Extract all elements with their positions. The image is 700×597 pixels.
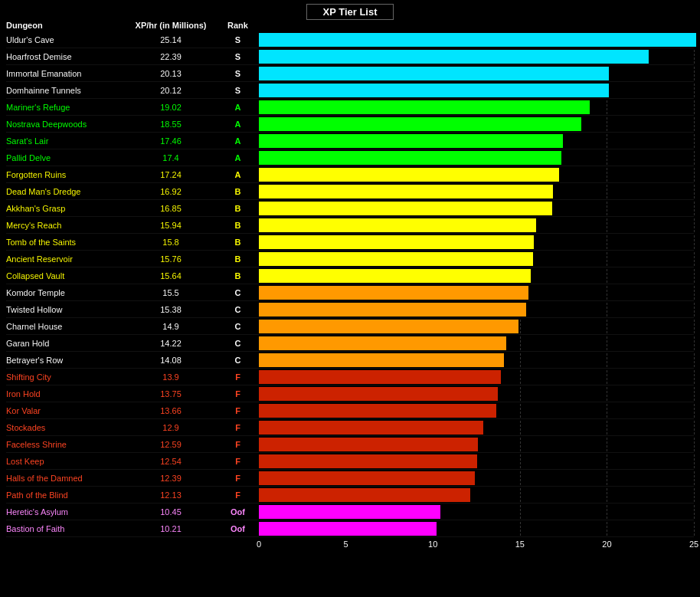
rank-value: S [217,69,259,78]
xp-value: 14.22 [125,339,217,348]
table-row: Uldur's Cave25.14S [6,31,694,48]
rank-value: A [217,136,259,146]
rank-value: B [217,271,259,280]
chart-container: XP Tier List Dungeon XP/hr (in Millions)… [6,6,694,552]
bar-area [259,488,694,502]
bar [259,320,518,333]
xp-value: 15.38 [125,305,217,314]
dungeon-name: Domhainne Tunnels [6,86,125,95]
table-row: Twisted Hollow15.38C [6,301,694,318]
xp-value: 15.5 [125,288,217,297]
dungeon-name: Kor Valar [6,406,125,415]
axis-label: 20 [602,540,611,549]
table-row: Faceless Shrine12.59F [6,436,694,453]
bar [259,488,470,502]
dungeon-name: Charnel House [6,322,125,331]
table-row: Shifting City13.9F [6,369,694,385]
bar [259,303,526,317]
xp-value: 17.4 [125,153,217,162]
xp-value: 16.92 [125,187,217,196]
xp-value: 15.64 [125,271,217,280]
xp-value: 15.94 [125,221,217,230]
bar [259,235,534,249]
rank-value: F [217,406,259,415]
header-xp: XP/hr (in Millions) [125,21,217,30]
rank-value: Oof [217,507,259,517]
table-row: Forgotten Ruins17.24A [6,166,694,183]
bar [259,505,440,519]
bar [259,67,609,80]
bar [259,522,437,536]
bar-area [259,370,694,384]
table-row: Immortal Emanation20.13S [6,65,694,82]
rank-value: S [217,35,259,44]
bar-area [259,168,694,182]
dungeon-name: Nostrava Deepwoods [6,120,125,129]
dungeon-name: Mercy's Reach [6,221,125,230]
xp-value: 17.46 [125,136,217,146]
xp-value: 10.21 [125,524,217,533]
rank-value: A [217,120,259,129]
rank-value: A [217,103,259,112]
xp-value: 17.24 [125,170,217,179]
bar-area [259,505,694,519]
rank-value: S [217,52,259,61]
xp-value: 15.76 [125,254,217,264]
rank-value: F [217,423,259,432]
table-row: Komdor Temple15.5C [6,284,694,301]
bar [259,286,528,300]
rank-value: F [217,474,259,483]
table-row: Iron Hold13.75F [6,385,694,402]
axis-label: 10 [428,540,437,549]
rank-value: B [217,187,259,196]
bar-area [259,134,694,148]
xp-value: 20.13 [125,69,217,78]
dungeon-name: Akkhan's Grasp [6,204,125,213]
dungeon-name: Immortal Emanation [6,69,125,78]
table-row: Stockades12.9F [6,419,694,436]
xp-value: 14.9 [125,322,217,331]
rank-value: C [217,288,259,297]
bar [259,185,553,198]
xp-value: 12.39 [125,474,217,483]
xp-value: 10.45 [125,507,217,517]
bar-area [259,117,694,131]
table-row: Lost Keep12.54F [6,453,694,470]
dungeon-name: Lost Keep [6,457,125,466]
bar [259,387,498,401]
xp-value: 22.39 [125,52,217,61]
xp-value: 13.75 [125,389,217,399]
dungeon-name: Dead Man's Dredge [6,187,125,196]
rank-value: B [217,221,259,230]
bar [259,252,533,266]
table-row: Pallid Delve17.4A [6,149,694,166]
bar-area [259,336,694,350]
bar [259,33,696,47]
bar-area [259,471,694,485]
axis-label: 25 [689,540,698,549]
chart-title: XP Tier List [306,4,393,20]
bar [259,438,478,451]
rank-value: C [217,305,259,314]
rank-value: F [217,440,259,449]
rank-value: F [217,457,259,466]
bar-area [259,438,694,451]
bar-area [259,404,694,418]
table-row: Domhainne Tunnels20.12S [6,82,694,99]
xp-value: 12.13 [125,490,217,500]
bar [259,421,483,435]
bar-area [259,387,694,401]
dungeon-name: Pallid Delve [6,153,125,162]
table-row: Path of the Blind12.13F [6,487,694,504]
xp-value: 14.08 [125,356,217,365]
xp-value: 20.12 [125,86,217,95]
xp-value: 12.9 [125,423,217,432]
bar [259,134,563,148]
dungeon-name: Forgotten Ruins [6,170,125,179]
bar-area [259,84,694,97]
dungeon-name: Komdor Temple [6,288,125,297]
rank-value: B [217,238,259,247]
bar-area [259,235,694,249]
rows-container: Uldur's Cave25.14SHoarfrost Demise22.39S… [6,31,694,537]
table-row: Halls of the Damned12.39F [6,470,694,487]
